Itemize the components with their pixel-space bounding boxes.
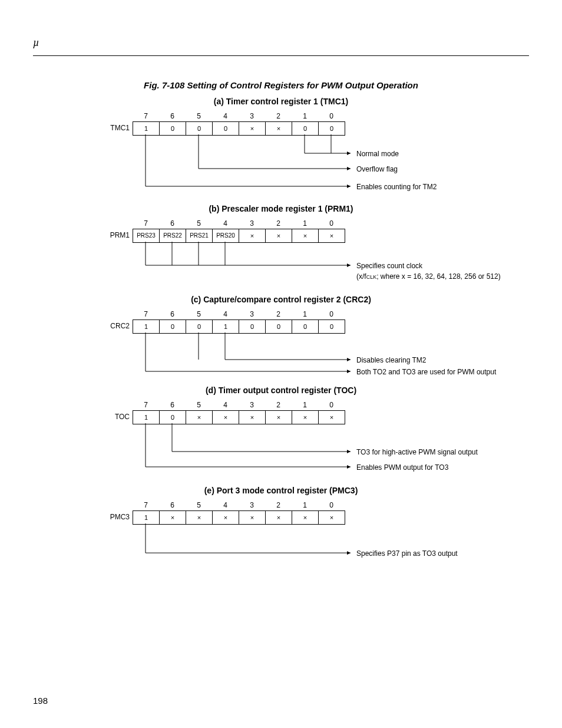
reg-label-d: TOC <box>94 413 130 421</box>
annot-c-1: Both TO2 and TO3 are used for PWM output <box>356 368 496 376</box>
section-c: (c) Capture/compare control register 2 (… <box>0 292 562 381</box>
section-b: (b) Prescaler mode register 1 (PRM1) 765… <box>0 202 562 290</box>
annot-d-0: TO3 for high-active PWM signal output <box>356 448 478 456</box>
connectors-b <box>133 242 486 277</box>
annot-e-0: Specifies P37 pin as TO3 output <box>356 549 458 558</box>
mu-symbol: µ <box>33 37 39 49</box>
register-e: 1××××××× <box>133 510 345 525</box>
reg-label-b: PRM1 <box>94 231 130 239</box>
bitnums-a: 76543210 <box>133 112 345 120</box>
register-d: 10×××××× <box>133 410 345 424</box>
header-rule <box>33 55 529 56</box>
annot-a-0: Normal mode <box>356 150 399 158</box>
annot-b-sub: (x/fCLK; where x = 16, 32, 64, 128, 256 … <box>356 272 501 281</box>
bitnums-b: 76543210 <box>133 219 345 228</box>
reg-label-a: TMC1 <box>94 124 130 132</box>
reg-label-e: PMC3 <box>94 513 130 521</box>
section-d-title: (d) Timer output control register (TOC) <box>0 386 562 395</box>
annot-d-1: Enables PWM output for TO3 <box>356 463 448 472</box>
connectors-e <box>133 523 486 565</box>
annot-c-0: Disables clearing TM2 <box>356 356 427 364</box>
section-c-title: (c) Capture/compare control register 2 (… <box>0 295 562 304</box>
section-e: (e) Port 3 mode control register (PMC3) … <box>0 483 562 572</box>
annot-a-2: Enables counting for TM2 <box>356 183 437 191</box>
figure-title: Fig. 7-108 Setting of Control Registers … <box>0 80 562 90</box>
section-a: (a) Timer control register 1 (TMC1) 7654… <box>0 94 562 200</box>
annot-a-1: Overflow flag <box>356 165 398 173</box>
reg-label-c: CRC2 <box>94 322 130 330</box>
annot-b-0: Specifies count clock <box>356 262 422 270</box>
bitnums-d: 76543210 <box>133 401 345 409</box>
bitnums-c: 76543210 <box>133 310 345 318</box>
page-number: 198 <box>33 696 48 706</box>
section-d: (d) Timer output control register (TOC) … <box>0 383 562 483</box>
section-a-title: (a) Timer control register 1 (TMC1) <box>0 97 562 106</box>
section-b-title: (b) Prescaler mode register 1 (PRM1) <box>0 204 562 213</box>
register-b: PRS23PRS22PRS21PRS20×××× <box>133 229 345 243</box>
bitnums-e: 76543210 <box>133 501 345 509</box>
register-c: 10010000 <box>133 319 345 334</box>
section-e-title: (e) Port 3 mode control register (PMC3) <box>0 486 562 495</box>
register-a: 1000××00 <box>133 121 345 136</box>
